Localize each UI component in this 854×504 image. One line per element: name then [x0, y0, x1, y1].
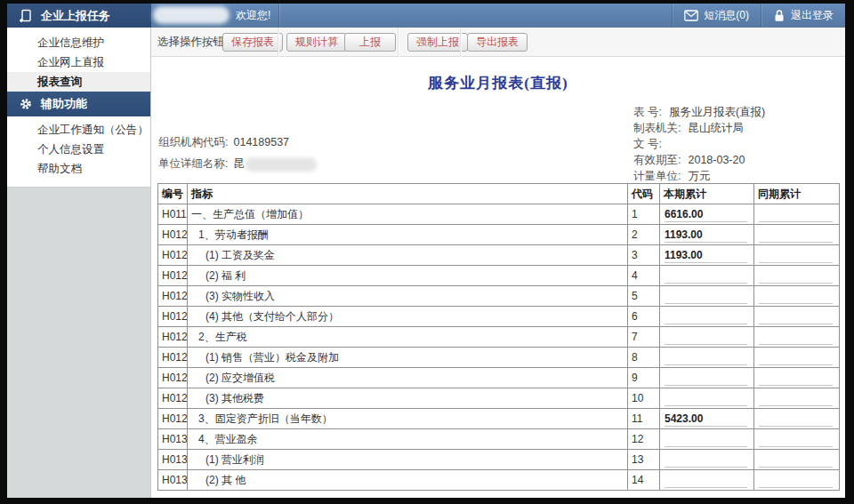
- prior-period-input[interactable]: [759, 412, 833, 427]
- current-period-input[interactable]: [665, 350, 747, 365]
- org-meta: 组织机构代码:014189537 单位详细名称:昆: [158, 132, 317, 174]
- sidebar-menu-item[interactable]: 企业网上直报: [7, 52, 150, 72]
- row-code: 6: [628, 307, 660, 327]
- sidebar-section-aux-functions[interactable]: 辅助功能: [7, 92, 150, 116]
- col-header-prior: 同期累计: [754, 184, 840, 204]
- col-header-id: 编号: [158, 184, 188, 204]
- table-row: H0131 (1) 营业利润 13: [158, 450, 840, 470]
- prior-period-input[interactable]: [759, 248, 833, 263]
- current-period-input[interactable]: [665, 248, 747, 263]
- current-period-input[interactable]: [665, 268, 747, 284]
- current-period-input[interactable]: [665, 473, 747, 488]
- sidebar-menu-item[interactable]: 报表查询: [7, 72, 150, 92]
- current-period-input[interactable]: [665, 412, 747, 427]
- prior-period-input[interactable]: [759, 268, 833, 284]
- prior-period-input[interactable]: [759, 289, 833, 304]
- row-indicator: (1) 营业利润: [188, 450, 628, 470]
- toolbar-button-1[interactable]: 保存报表: [222, 33, 283, 52]
- current-period-input[interactable]: [665, 432, 747, 447]
- current-period-input[interactable]: [665, 228, 747, 243]
- row-id-link[interactable]: H0129: [158, 409, 188, 429]
- toolbar-label: 选择操作按钮:: [157, 28, 227, 56]
- meta-label: 表 号:: [633, 106, 662, 118]
- meta-value: 昆山统计局: [688, 122, 744, 134]
- current-period-input[interactable]: [665, 391, 747, 406]
- row-id-link[interactable]: H0125: [158, 327, 188, 348]
- table-row: H0127 (2) 应交增值税 9: [158, 368, 840, 388]
- messages-button[interactable]: 短消息(0): [672, 4, 761, 28]
- row-id-link[interactable]: H0132: [158, 470, 188, 491]
- row-id-link[interactable]: H0126: [158, 348, 188, 368]
- row-indicator: 3、固定资产折旧（当年数）: [188, 409, 628, 429]
- current-period-input[interactable]: [665, 289, 747, 304]
- prior-period-input[interactable]: [759, 473, 833, 488]
- sidebar-menu-item[interactable]: 企业工作通知（公告）: [7, 120, 150, 140]
- row-id-link[interactable]: H0122: [158, 266, 188, 286]
- table-row: H0122 (2) 福 利 4: [158, 266, 840, 286]
- row-id-link[interactable]: H0127: [158, 368, 188, 388]
- sidebar: 企业信息维护企业网上直报报表查询 辅助功能 企业工作通知（公告）个人信息设置帮助…: [7, 28, 151, 498]
- report-content: 服务业月报表(直报) 组织机构代码:014189537 单位详细名称:昆 表 号…: [151, 57, 845, 498]
- prior-period-input[interactable]: [759, 391, 833, 406]
- row-indicator: (2) 福 利: [188, 266, 628, 286]
- table-row: H0130 4、营业盈余 12: [158, 429, 840, 450]
- table-row: H0123 (3) 实物性收入 5: [158, 286, 840, 307]
- row-code: 5: [628, 286, 660, 307]
- toolbar-button-3[interactable]: 上报: [344, 33, 396, 52]
- toolbar-button-5[interactable]: 导出报表: [467, 33, 528, 52]
- row-indicator: 4、营业盈余: [188, 429, 628, 450]
- prior-period-input[interactable]: [759, 330, 833, 345]
- prior-period-input[interactable]: [759, 432, 833, 447]
- current-period-input[interactable]: [665, 452, 747, 468]
- table-row: H0126 (1) 销售（营业）税金及附加 8: [158, 348, 840, 368]
- row-indicator: (1) 工资及奖金: [188, 245, 628, 266]
- table-row: H0125 2、生产税 7: [158, 327, 840, 348]
- envelope-icon: [684, 10, 698, 21]
- unit-name-label: 单位详细名称:: [158, 157, 228, 170]
- current-period-input[interactable]: [665, 207, 747, 222]
- meta-value: 万元: [688, 170, 710, 182]
- row-indicator: 2、生产税: [188, 327, 628, 348]
- prior-period-input[interactable]: [759, 207, 833, 222]
- row-id-link[interactable]: H0124: [158, 307, 188, 327]
- sidebar-menu-item[interactable]: 企业信息维护: [7, 33, 150, 52]
- row-code: 8: [628, 348, 660, 368]
- row-id-link[interactable]: H0121: [158, 245, 188, 266]
- row-code: 1: [628, 204, 660, 225]
- logout-button[interactable]: 退出登录: [761, 4, 845, 28]
- meta-label: 计量单位:: [633, 170, 681, 182]
- row-code: 9: [628, 368, 660, 388]
- current-period-input[interactable]: [665, 330, 747, 345]
- page-title: 服务业月报表(直报): [151, 73, 845, 93]
- toolbar-button-2[interactable]: 规则计算: [286, 33, 347, 52]
- meta-label: 文 号:: [633, 138, 662, 150]
- row-id-link[interactable]: H0128: [158, 388, 188, 409]
- sidebar-menu-item[interactable]: 帮助文档: [7, 159, 150, 179]
- toolbar-separator: [460, 28, 461, 57]
- row-id-link[interactable]: H0120: [158, 225, 188, 245]
- current-period-input[interactable]: [665, 309, 747, 324]
- table-row: H0124 (4) 其他（支付给个人部分） 6: [158, 307, 840, 327]
- toolbar-button-4[interactable]: 强制上报: [407, 33, 468, 52]
- prior-period-input[interactable]: [759, 228, 833, 243]
- row-indicator: 一、生产总值（增加值）: [188, 204, 628, 225]
- prior-period-input[interactable]: [759, 371, 833, 386]
- meta-label: 制表机关:: [633, 122, 681, 134]
- row-id-link[interactable]: H0131: [158, 450, 188, 470]
- prior-period-input[interactable]: [759, 309, 833, 324]
- prior-period-input[interactable]: [759, 350, 833, 365]
- sidebar-menu-item[interactable]: 个人信息设置: [7, 140, 150, 159]
- row-id-link[interactable]: H0123: [158, 286, 188, 307]
- sidebar-section-enterprise-tasks[interactable]: 企业上报任务: [7, 4, 151, 28]
- row-id-link[interactable]: H0119: [158, 204, 188, 225]
- row-id-link[interactable]: H0130: [158, 429, 188, 450]
- current-period-input[interactable]: [665, 371, 747, 386]
- topbar-right: 短消息(0) 退出登录: [672, 4, 845, 28]
- report-table: 编号 指标 代码 本期累计 同期累计 H0119 一、生产总值（增加值） 1 H…: [157, 183, 840, 491]
- meta-line: 表 号:服务业月报表(直报): [633, 104, 765, 120]
- col-header-current: 本期累计: [660, 184, 754, 204]
- main-panel: 选择操作按钮: 保存报表规则计算上报强制上报导出报表 服务业月报表(直报) 组织…: [151, 28, 845, 498]
- row-code: 10: [628, 388, 660, 409]
- row-code: 11: [628, 409, 660, 429]
- prior-period-input[interactable]: [759, 452, 833, 468]
